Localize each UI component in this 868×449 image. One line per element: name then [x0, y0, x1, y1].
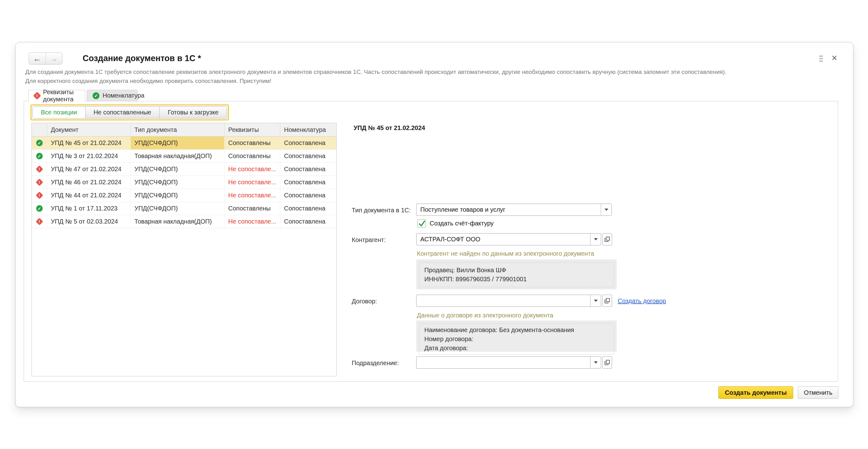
create-documents-dialog: ← → Создание документов в 1С * × Для соз… — [15, 42, 854, 407]
more-dots-icon — [819, 55, 823, 63]
table-row[interactable]: ✓ УПД № 45 от 21.02.2024 УПД(СЧФДОП) Соп… — [32, 137, 336, 150]
doc-type-dropdown-button[interactable] — [601, 204, 611, 215]
filter-all-positions[interactable]: Все позиции — [33, 107, 85, 118]
cell-requisites: Сопоставлены — [224, 202, 280, 215]
cell-document: УПД № 45 от 21.02.2024 — [47, 137, 131, 149]
seller-info-line: Продавец: Вилли Вонка ШФ — [424, 266, 609, 275]
counterparty-label: Контрагент: — [352, 236, 386, 243]
cell-document: УПД № 1 от 17.11.2023 — [47, 202, 131, 215]
tab-label: Реквизиты документа — [43, 89, 79, 103]
contract-name-line: Наименование договора: Без документа-осн… — [424, 326, 609, 335]
contract-open-button[interactable] — [602, 295, 612, 307]
table-row[interactable]: ! УПД № 44 от 21.02.2024 УПД(СЧФДОП) Не … — [32, 189, 336, 202]
table-row[interactable]: ! УПД № 5 от 02.03.2024 Товарная накладн… — [32, 215, 336, 228]
row-error-icon: ! — [35, 218, 43, 225]
cell-requisites: Не сопоставле... — [224, 176, 280, 189]
contract-number-line: Номер договора: — [424, 335, 609, 343]
ok-status-icon: ✓ — [93, 92, 99, 99]
cancel-button[interactable]: Отменить — [798, 386, 838, 399]
create-documents-button[interactable]: Создать документы — [718, 386, 793, 399]
dialog-title: Создание документов в 1С * — [83, 54, 201, 63]
cell-nomenclature: Сопоставлена — [280, 189, 336, 202]
row-ok-icon: ✓ — [36, 153, 43, 159]
cell-doc-type: УПД(СЧФДОП) — [131, 202, 224, 215]
error-status-icon: ! — [33, 92, 41, 99]
history-nav: ← → — [29, 52, 62, 64]
open-list-icon — [604, 359, 611, 366]
table-row[interactable]: ! УПД № 46 от 21.02.2024 УПД(СЧФДОП) Не … — [32, 176, 336, 189]
counterparty-dropdown-button[interactable] — [590, 234, 601, 245]
chevron-down-icon — [594, 238, 598, 240]
checkmark-icon — [418, 220, 426, 227]
cell-doc-type: УПД(СЧФДОП) — [131, 163, 224, 176]
chevron-down-icon — [604, 209, 608, 211]
cell-document: УПД № 3 от 21.02.2024 — [47, 150, 131, 162]
tab-nomenclature[interactable]: ✓ Номенклатура — [87, 90, 137, 101]
open-list-icon — [604, 297, 611, 304]
contract-label: Договор: — [352, 298, 377, 305]
contract-date-line: Дата договора: — [424, 343, 609, 353]
contract-hint: Данные о договоре из электронного докуме… — [417, 312, 553, 319]
row-error-icon: ! — [35, 191, 43, 199]
chevron-down-icon — [594, 361, 598, 364]
create-invoice-checkbox[interactable]: Создать счёт-фактуру — [417, 219, 494, 228]
table-row[interactable]: ! УПД № 47 от 21.02.2024 УПД(СЧФДОП) Не … — [32, 163, 336, 176]
column-header-document: Документ — [47, 123, 131, 136]
table-row[interactable]: ✓ УПД № 1 от 17.11.2023 УПД(СЧФДОП) Сопо… — [32, 202, 336, 215]
contract-dropdown-button[interactable] — [590, 295, 601, 306]
table-row[interactable]: ✓ УПД № 3 от 21.02.2024 Товарная накладн… — [32, 150, 336, 163]
chevron-down-icon — [594, 300, 598, 302]
row-ok-icon: ✓ — [36, 140, 43, 146]
tab-document-requisites[interactable]: ! Реквизиты документа — [28, 90, 85, 101]
cell-nomenclature: Сопоставлена — [280, 163, 336, 176]
cell-document: УПД № 5 от 02.03.2024 — [47, 215, 131, 228]
checkbox-box — [417, 219, 426, 228]
doc-type-combobox[interactable]: Поступление товаров и услуг — [416, 204, 612, 216]
position-filter-group: Все позиции Не сопоставленные Готовы к з… — [32, 106, 227, 119]
more-menu-button[interactable] — [817, 54, 825, 63]
cell-requisites: Сопоставлены — [224, 137, 280, 149]
counterparty-warning: Контрагент не найден по данным из электр… — [417, 250, 594, 257]
column-header-nomenclature: Номенклатура — [280, 123, 336, 136]
selected-document-title: УПД № 45 от 21.02.2024 — [353, 124, 425, 131]
row-error-icon: ! — [35, 178, 43, 186]
department-dropdown-button[interactable] — [590, 357, 601, 368]
cell-doc-type: Товарная накладная(ДОП) — [131, 215, 224, 228]
cell-nomenclature: Сопоставлена — [280, 137, 336, 149]
documents-table: Документ Тип документа Реквизиты Номенкл… — [31, 123, 337, 376]
create-contract-link[interactable]: Создать договор — [618, 297, 666, 305]
back-button[interactable]: ← — [29, 53, 46, 64]
cell-requisites: Не сопоставле... — [224, 163, 280, 176]
cell-requisites: Не сопоставле... — [224, 189, 280, 202]
doc-type-value: Поступление товаров и услуг — [416, 204, 601, 215]
close-icon: × — [832, 52, 837, 64]
forward-button[interactable]: → — [46, 53, 62, 64]
create-invoice-label: Создать счёт-фактуру — [430, 220, 494, 227]
cell-document: УПД № 46 от 21.02.2024 — [47, 176, 131, 189]
row-error-icon: ! — [35, 165, 43, 173]
counterparty-open-button[interactable] — [602, 233, 612, 245]
tab-strip: ! Реквизиты документа ✓ Номенклатура — [16, 90, 853, 101]
cell-doc-type: УПД(СЧФДОП) — [131, 137, 224, 149]
cell-requisites: Не сопоставле... — [224, 215, 280, 228]
open-list-icon — [604, 236, 611, 243]
cell-nomenclature: Сопоставлена — [280, 150, 336, 162]
cell-requisites: Сопоставлены — [224, 150, 280, 162]
tab-label: Номенклатура — [102, 92, 144, 99]
counterparty-value: АСТРАЛ-СОФТ ООО — [416, 234, 590, 245]
filter-not-matched[interactable]: Не сопоставленные — [85, 107, 159, 118]
contract-combobox[interactable] — [416, 295, 601, 307]
department-open-button[interactable] — [602, 356, 612, 368]
department-combobox[interactable] — [416, 356, 601, 368]
close-button[interactable]: × — [829, 53, 839, 63]
cell-doc-type: Товарная накладная(ДОП) — [131, 150, 224, 162]
table-header: Документ Тип документа Реквизиты Номенкл… — [32, 123, 336, 137]
cell-document: УПД № 47 от 21.02.2024 — [47, 163, 131, 176]
filter-ready-to-load[interactable]: Готовы к загрузке — [159, 107, 227, 118]
doc-type-label: Тип документа в 1С: — [352, 207, 411, 214]
description-line-2: Для корректного создания документа необх… — [25, 77, 726, 85]
department-label: Подразделение: — [352, 360, 399, 367]
counterparty-combobox[interactable]: АСТРАЛ-СОФТ ООО — [416, 233, 601, 245]
row-ok-icon: ✓ — [36, 205, 43, 212]
column-header-requisites: Реквизиты — [224, 123, 280, 136]
